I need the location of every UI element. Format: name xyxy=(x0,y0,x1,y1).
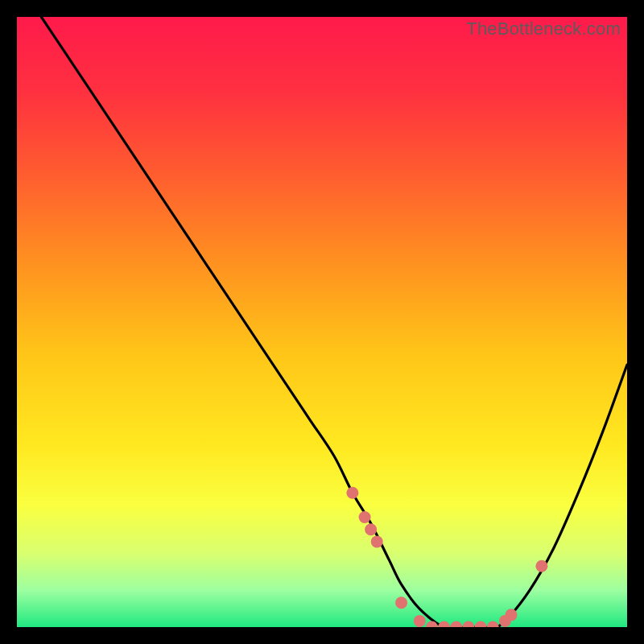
watermark-text: TheBottleneck.com xyxy=(466,19,621,39)
highlight-dot xyxy=(346,487,358,499)
highlight-dot xyxy=(371,535,383,547)
highlight-dot xyxy=(535,560,547,572)
highlight-dot xyxy=(359,511,371,523)
chart-frame: TheBottleneck.com xyxy=(17,17,627,627)
highlight-dot xyxy=(365,523,377,535)
highlight-dot xyxy=(414,615,426,627)
gradient-background xyxy=(17,17,627,627)
highlight-dot xyxy=(505,609,517,621)
chart-svg xyxy=(17,17,627,627)
highlight-dot xyxy=(395,597,407,609)
